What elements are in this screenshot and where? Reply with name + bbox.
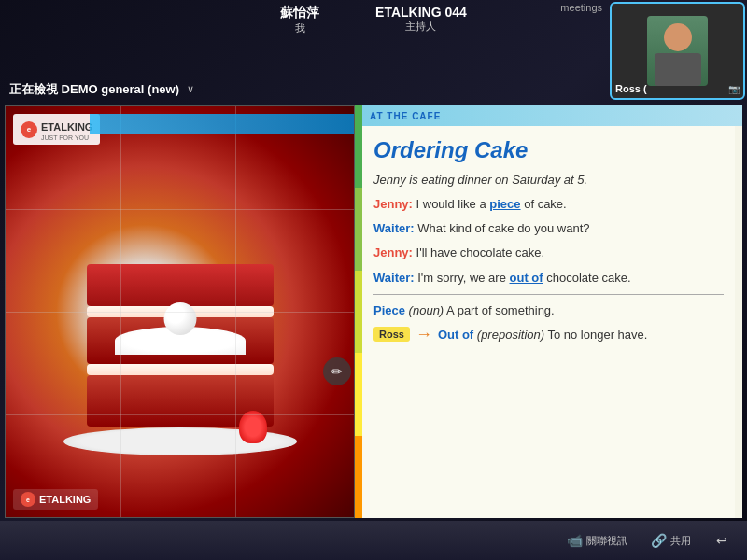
etalking-bottom-text: ETALKING: [39, 494, 91, 505]
taskbar-share-item[interactable]: 🔗 共用: [642, 528, 698, 553]
speaker-waiter-1: Waiter:: [374, 221, 415, 235]
dialogue-2-text: What kind of cake do you want?: [417, 221, 589, 235]
dialogue-1-post: of cake.: [524, 197, 567, 211]
cafe-header: AT THE CAFE: [362, 105, 742, 126]
ross-annotation: Ross → Out of (preposition) To no longer…: [374, 325, 724, 344]
viewing-label: 正在檢視 DEMO general (new): [9, 81, 179, 98]
participant-1: 蘇怡萍 我: [280, 5, 319, 35]
color-bar-1: [355, 105, 362, 188]
participant-2-name: ETALKING 044: [375, 5, 467, 20]
ordering-title: Ordering Cake: [374, 137, 724, 163]
main-content: e ETALKING JUST FOR YOU e ETALKING ✏: [5, 105, 742, 518]
cake-layer-top: [87, 264, 274, 306]
scene-description: Jenny is eating dinner on Saturday at 5.: [374, 173, 724, 187]
cafe-header-text: AT THE CAFE: [370, 111, 441, 121]
ross-vocab-text: Out of (preposition) To no longer have.: [438, 328, 648, 342]
dropdown-arrow: ∨: [187, 83, 194, 95]
vocab-pos-outof: (preposition): [477, 328, 544, 342]
cake-cream-1: [87, 364, 274, 375]
ross-body: [655, 53, 701, 86]
participant-2-role: 主持人: [405, 20, 436, 34]
right-panel: AT THE CAFE Ordering Cake Jenny is eatin…: [355, 105, 742, 518]
etalking-logo-group: ETALKING JUST FOR YOU: [41, 118, 92, 141]
color-bar-2: [355, 188, 362, 270]
strawberry: [239, 411, 267, 443]
dialogue-3: Jenny: I'll have chocolate cake.: [374, 245, 724, 261]
ross-head: [664, 23, 692, 51]
vocab-def-piece: A part of something.: [446, 303, 555, 317]
dialogue-1-pre: I would like a: [416, 197, 490, 211]
ross-video-thumbnail: Ross ( 📷: [610, 2, 745, 100]
pencil-symbol: ✏: [331, 364, 343, 379]
etalking-bottom-icon: e: [21, 492, 35, 507]
ross-tag: Ross: [374, 327, 410, 342]
annotation-arrow: →: [416, 325, 432, 344]
vocab-def-outof: To no longer have.: [547, 328, 647, 342]
participant-1-role: 我: [295, 21, 305, 35]
vocab-pos-piece: (noun): [409, 303, 444, 317]
speaker-jenny-1: Jenny:: [374, 197, 413, 211]
color-bars: [355, 105, 362, 518]
vocab-section: Piece (noun) A part of something. Ross →…: [374, 302, 724, 344]
ross-name-label: Ross (: [615, 83, 647, 94]
vocab-term-outof: Out of: [438, 328, 473, 342]
speaker-waiter-2: Waiter:: [374, 271, 415, 285]
cake-image: e ETALKING JUST FOR YOU e ETALKING ✏: [6, 106, 354, 517]
taskbar-back-item[interactable]: ↩: [706, 528, 738, 553]
participant-2: ETALKING 044 主持人: [375, 5, 467, 34]
dialogue-4: Waiter: I'm sorry, we are out of chocola…: [374, 270, 724, 287]
dialogue-4-post: chocolate cake.: [546, 271, 630, 285]
speaker-jenny-2: Jenny:: [374, 245, 413, 259]
etalking-tagline: JUST FOR YOU: [41, 134, 92, 141]
content-area: Ordering Cake Jenny is eating dinner on …: [362, 126, 735, 518]
highlight-outof: out of: [510, 271, 543, 285]
dialogue-4-pre: I'm sorry, we are: [417, 271, 509, 285]
ross-camera-icon: 📷: [728, 84, 740, 94]
video-icon: 📹: [566, 532, 583, 549]
color-bar-4: [355, 353, 362, 435]
taskbar-share-label: 共用: [670, 534, 691, 548]
ross-avatar: [647, 16, 708, 86]
cake-background: [6, 106, 354, 517]
dialogue-2: Waiter: What kind of cake do you want?: [374, 220, 724, 237]
etalking-top-banner: e ETALKING JUST FOR YOU: [13, 114, 100, 145]
separator-line: [374, 294, 724, 295]
etalking-logo-icon: e: [21, 121, 37, 138]
taskbar: 📹 關聯視訊 🔗 共用 ↩: [0, 521, 747, 560]
share-icon: 🔗: [650, 532, 667, 549]
color-bar-5: [355, 436, 362, 518]
taskbar-video-item[interactable]: 📹 關聯視訊: [558, 528, 635, 553]
etalking-logo-text: ETALKING: [41, 121, 92, 133]
color-bar-3: [355, 271, 362, 353]
etalking-bottom-banner: e ETALKING: [13, 489, 98, 510]
dialogue-1: Jenny: I would like a piece of cake.: [374, 196, 724, 213]
left-panel: e ETALKING JUST FOR YOU e ETALKING ✏: [5, 105, 355, 518]
vocab-piece: Piece (noun) A part of something.: [374, 302, 724, 319]
highlight-piece: piece: [489, 197, 520, 211]
dialogue-3-text: I'll have chocolate cake.: [416, 245, 545, 259]
taskbar-video-label: 關聯視訊: [586, 534, 627, 548]
etalking-blue-bar: [90, 114, 354, 134]
vocab-term-piece: Piece: [374, 303, 405, 317]
cake-top-ball: [163, 302, 196, 335]
pencil-icon[interactable]: ✏: [323, 357, 351, 385]
participant-1-name: 蘇怡萍: [280, 5, 319, 21]
back-icon: ↩: [713, 532, 730, 549]
toolbar-dropdown[interactable]: ∨: [187, 83, 194, 95]
